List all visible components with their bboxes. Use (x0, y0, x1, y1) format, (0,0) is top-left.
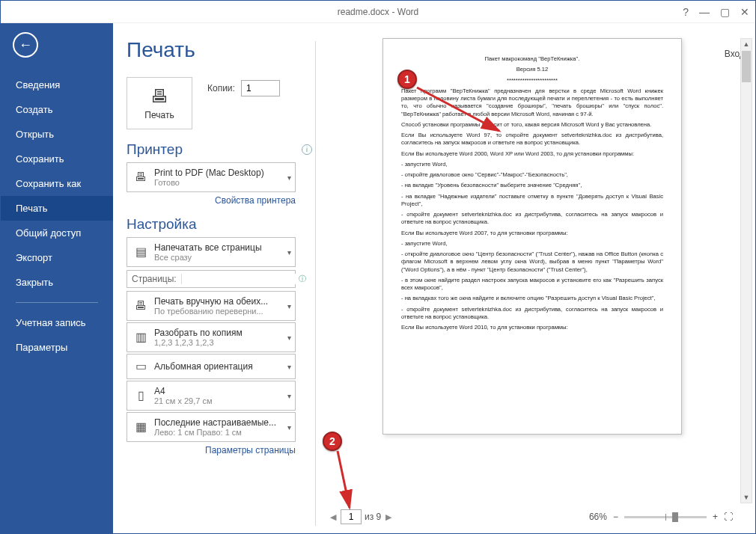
nav-item-close[interactable]: Закрыть (1, 270, 113, 295)
doc-para: - на вкладке "Надежные издатели" поставь… (401, 193, 663, 209)
duplex-dropdown[interactable]: 🖶 Печать вручную на обеих... По требован… (126, 291, 296, 321)
minimize-icon[interactable]: — (699, 6, 710, 18)
chevron-down-icon: ▾ (283, 392, 295, 400)
margins-icon: ▦ (132, 419, 149, 435)
papersize-dropdown[interactable]: ▯ A4 21 см x 29,7 см ▾ (126, 381, 296, 411)
current-page-input[interactable] (341, 509, 362, 524)
collate-icon: ▥ (132, 329, 149, 346)
zoom-in-button[interactable]: + (713, 512, 718, 522)
printer-dropdown[interactable]: 🖶 Print to PDF (Mac Desktop) Готово ▾ (126, 162, 296, 192)
back-button[interactable]: ← (13, 32, 38, 58)
zoom-slider[interactable] (624, 516, 707, 518)
nav-item-save[interactable]: Сохранить (1, 147, 113, 171)
page-title: Печать (126, 38, 315, 62)
info-icon[interactable]: ⓘ (299, 274, 306, 284)
doc-para: - на вкладках того же окна найдите и вкл… (401, 295, 663, 302)
nav-item-share[interactable]: Общий доступ (1, 221, 113, 245)
window-controls: ? — ▢ ✕ (683, 6, 749, 18)
vertical-divider (315, 41, 316, 526)
doc-title: Пакет макрокоманд "ВерТеКнижка". (401, 55, 663, 63)
doc-para: - на вкладке "Уровень безопасности" выбе… (401, 182, 663, 189)
doc-para: - откройте документ setverteknizhka.doc … (401, 211, 663, 227)
collate-sub: 1,2,3 1,2,3 1,2,3 (154, 338, 283, 347)
settings-heading: Настройка (126, 216, 197, 233)
scroll-down-icon[interactable]: ▼ (743, 492, 750, 503)
chevron-down-icon: ▾ (283, 174, 295, 182)
print-range-label: Напечатать все страницы (154, 242, 283, 253)
doc-para: - откройте диалоговое окно "Сервис"-"Мак… (401, 171, 663, 179)
nav-item-export[interactable]: Экспорт (1, 245, 113, 270)
help-icon[interactable]: ? (683, 6, 689, 18)
pages-field: Страницы: ⓘ (126, 270, 296, 288)
backstage-nav: ← Сведения Создать Открыть Сохранить Сох… (1, 23, 113, 533)
papersize-label: A4 (154, 386, 283, 396)
window-title: readme.docx - Word (338, 7, 419, 17)
printer-heading: Принтер (126, 141, 183, 158)
doc-para: - в этом окне найдите раздел настроек за… (401, 277, 663, 292)
next-page-button[interactable]: ▶ (384, 512, 393, 522)
app-window: readme.docx - Word ? — ▢ ✕ ← Сведения Со… (0, 0, 756, 534)
doc-para: - откройте документ setverteknizhka.doc … (401, 306, 663, 322)
orientation-icon: ▭ (132, 358, 149, 375)
nav-item-open[interactable]: Открыть (1, 122, 113, 147)
margins-dropdown[interactable]: ▦ Последние настраиваемые... Лево: 1 см … (126, 412, 296, 442)
print-range-dropdown[interactable]: ▤ Напечатать все страницы Все сразу ▾ (126, 237, 296, 267)
close-icon[interactable]: ✕ (740, 6, 749, 18)
prev-page-button[interactable]: ◀ (329, 512, 338, 522)
orientation-dropdown[interactable]: ▭ Альбомная ориентация ▾ (126, 354, 296, 379)
copies-label: Копии: (207, 83, 235, 93)
preview-scrollbar[interactable]: ▲ ▼ (740, 38, 752, 503)
info-icon[interactable]: i (302, 144, 312, 155)
zoom-out-button[interactable]: − (613, 512, 618, 522)
doc-para: - запустите Word, (401, 161, 663, 168)
nav-item-new[interactable]: Создать (1, 97, 113, 122)
printer-small-icon: 🖶 (132, 169, 149, 185)
doc-para: Если Вы используете Word 97, то откройте… (401, 132, 663, 147)
page-setup-link[interactable]: Параметры страницы (126, 445, 296, 455)
total-pages-label: из 9 (365, 512, 381, 522)
doc-para: Если Вы используете Word 2007, то для ус… (401, 230, 663, 237)
chevron-down-icon: ▾ (283, 334, 295, 342)
chevron-down-icon: ▾ (283, 423, 295, 432)
printer-properties-link[interactable]: Свойства принтера (126, 195, 296, 206)
margins-label: Последние настраиваемые... (154, 417, 283, 428)
page-icon: ▯ (132, 387, 149, 404)
print-button[interactable]: 🖶 Печать (126, 77, 192, 129)
printer-name: Print to PDF (Mac Desktop) (154, 168, 283, 178)
nav-item-options[interactable]: Параметры (1, 335, 113, 360)
print-settings: Печать 🖶 Печать Копии: Принтер i (113, 23, 315, 533)
arrow-left-icon: ← (19, 37, 32, 53)
nav-item-saveas[interactable]: Сохранить как (1, 171, 113, 196)
nav-item-account[interactable]: Учетная запись (1, 310, 113, 335)
print-range-sub: Все сразу (154, 253, 283, 262)
body: ← Сведения Создать Открыть Сохранить Сох… (1, 23, 755, 533)
pages-input[interactable] (182, 274, 299, 284)
nav-item-print[interactable]: Печать (1, 196, 113, 221)
chevron-down-icon: ▾ (283, 302, 295, 310)
pages-icon: ▤ (132, 244, 149, 260)
zoom-label: 66% (589, 512, 607, 522)
fit-page-button[interactable]: ⛶ (724, 512, 733, 522)
doc-para: - запустите Word, (401, 240, 663, 248)
doc-para: Если Вы используете Word 2000, Word XP и… (401, 150, 663, 158)
pages-label: Страницы: (127, 274, 182, 284)
zoom-knob[interactable] (672, 512, 678, 522)
doc-para: Если Вы используете Word 2010, то для ус… (401, 324, 663, 331)
collate-dropdown[interactable]: ▥ Разобрать по копиям 1,2,3 1,2,3 1,2,3 … (126, 322, 296, 352)
content: Вход Печать 🖶 Печать Копии: Принтер i (113, 23, 755, 533)
doc-sep: *********************** (401, 77, 663, 85)
nav-item-info[interactable]: Сведения (1, 73, 113, 97)
printer-status: Готово (154, 178, 283, 187)
preview-footer: ◀ из 9 ▶ 66% − + ⛶ (326, 505, 739, 533)
maximize-icon[interactable]: ▢ (720, 6, 730, 18)
print-preview: Пакет макрокоманд "ВерТеКнижка". Версия … (315, 23, 755, 533)
copies-input[interactable] (241, 80, 280, 96)
callout-1: 1 (397, 70, 417, 89)
margins-sub: Лево: 1 см Право: 1 см (154, 428, 283, 437)
duplex-sub: По требованию переверни... (154, 307, 283, 316)
doc-version: Версия 5.12 (401, 66, 663, 73)
duplex-icon: 🖶 (132, 298, 149, 314)
doc-para: - откройте диалоговое окно "Центр безопа… (401, 251, 663, 274)
scroll-up-icon[interactable]: ▲ (743, 39, 750, 49)
scroll-thumb[interactable] (742, 51, 751, 82)
